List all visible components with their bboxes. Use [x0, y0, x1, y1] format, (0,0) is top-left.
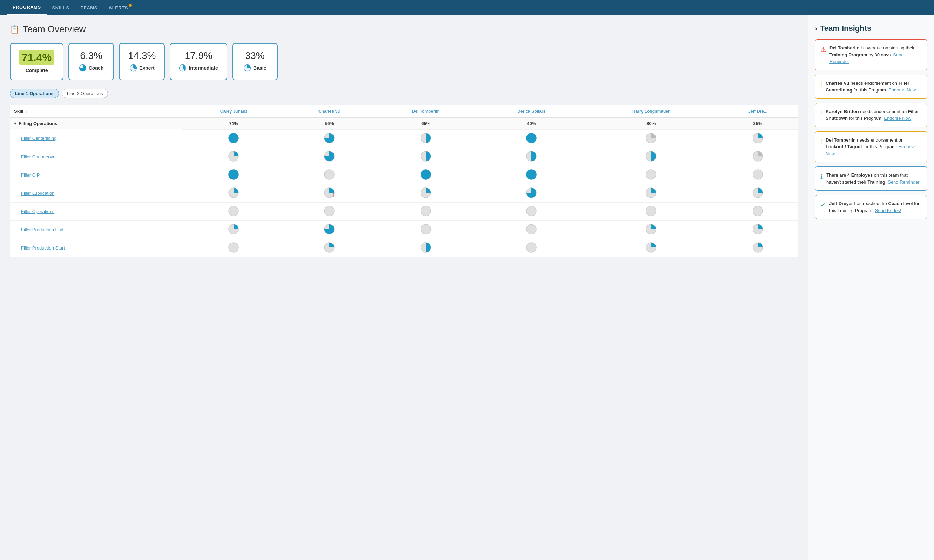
skill-pie-cell — [584, 202, 718, 220]
skill-pie-cell — [584, 166, 718, 184]
insight-link[interactable]: Send Reminder — [888, 179, 919, 185]
skill-pie-cell — [182, 238, 286, 257]
insight-plain: There are — [826, 172, 848, 178]
skill-pie-cell — [286, 220, 374, 238]
filter-tab-line1[interactable]: Line 1 Operations — [10, 89, 59, 98]
skill-pie-cell — [584, 220, 718, 238]
skill-pie-cell — [584, 148, 718, 166]
basic-label: Basic — [243, 64, 266, 72]
skill-pie-cell — [718, 238, 798, 257]
summary-card-intermediate[interactable]: 17.9% Intermediate — [170, 43, 227, 80]
insight-bold: Training Program — [829, 52, 868, 57]
insight-bold: Jeff Dreyer — [829, 201, 853, 206]
summary-card-coach[interactable]: 6.3% Coach — [68, 43, 114, 80]
skill-pie-cell — [286, 166, 374, 184]
insight-bold: Charles Vu — [826, 81, 849, 86]
skill-pie-cell — [286, 238, 374, 257]
col-header-charles[interactable]: Charles Vu — [286, 105, 374, 118]
intermediate-label: Intermediate — [179, 64, 218, 72]
group-row: ▾Filling Operations71%56%65%40%30%25% — [10, 118, 798, 130]
skill-pie-cell — [584, 184, 718, 202]
col-header-derick[interactable]: Derick Sollars — [479, 105, 584, 118]
page-title-row: 📋 Team Overview — [10, 24, 798, 35]
skill-pie-cell — [373, 238, 479, 257]
insight-plain: needs endorsement on — [859, 109, 908, 114]
skill-pie-cell — [718, 166, 798, 184]
skill-link[interactable]: Filler Production Start — [14, 245, 65, 251]
skill-link[interactable]: Filler Operations — [14, 209, 54, 214]
nav-item-programs[interactable]: PROGRAMS — [7, 0, 47, 15]
table-row: Filler Operations — [10, 202, 798, 220]
insight-link[interactable]: Send Kudos! — [875, 208, 901, 213]
skill-pie-cell — [182, 184, 286, 202]
col-header-jeff[interactable]: Jeff Dre... — [718, 105, 798, 118]
svg-point-30 — [324, 206, 334, 216]
expert-pie-icon — [130, 64, 137, 72]
table-row: Filler Centerlining — [10, 129, 798, 148]
group-collapse-btn[interactable]: ▾ — [14, 120, 17, 126]
skill-link[interactable]: Filler Centerlining — [14, 135, 57, 141]
expert-label: Expert — [130, 64, 155, 72]
skill-pie-cell — [373, 166, 479, 184]
skill-pie-cell — [182, 202, 286, 220]
insight-icon-charles-endorse: ! — [820, 80, 822, 90]
svg-text:!: ! — [333, 192, 335, 198]
svg-point-29 — [228, 206, 238, 216]
insight-text-karolyn-endorse: Karolyn Britton needs endorsement on Fil… — [826, 108, 922, 122]
basic-pie-icon — [243, 64, 251, 72]
group-total-cell: 56% — [286, 118, 374, 130]
intermediate-pct: 17.9% — [184, 50, 212, 62]
col-header-del[interactable]: Del Tomberlin — [373, 105, 479, 118]
skill-link[interactable]: Filler Changeover — [14, 154, 57, 160]
svg-point-32 — [526, 206, 536, 216]
skill-pie-cell — [584, 238, 718, 257]
table-row: Filler Changeover — [10, 148, 798, 166]
svg-point-20 — [646, 169, 656, 179]
summary-card-basic[interactable]: 33% Basic — [232, 43, 278, 80]
svg-point-38 — [526, 224, 536, 234]
insight-card-del-overdue: ⚠Del Tomberlin is overdue on starting th… — [815, 39, 927, 71]
svg-point-41 — [228, 243, 238, 252]
skills-table: Skill ↑ Carey Juhasz Charles Vu Del Tomb… — [10, 105, 798, 257]
nav-item-skills[interactable]: SKILLS — [47, 1, 75, 15]
skill-pie-cell — [479, 202, 584, 220]
summary-card-expert[interactable]: 14.3% Expert — [119, 43, 165, 80]
svg-point-34 — [753, 206, 763, 216]
right-panel: › Team Insights ⚠Del Tomberlin is overdu… — [808, 15, 934, 560]
insight-plain: needs endorsement on — [849, 81, 898, 86]
col-header-carey[interactable]: Carey Juhasz — [182, 105, 286, 118]
insight-text-del-overdue: Del Tomberlin is overdue on starting the… — [829, 45, 922, 65]
main-layout: 📋 Team Overview 71.4% Complete 6.3% — [0, 15, 934, 560]
insight-icon-karolyn-endorse: ! — [820, 109, 822, 118]
coach-pie-icon — [79, 64, 86, 72]
summary-card-complete[interactable]: 71.4% Complete — [10, 43, 63, 80]
group-name: Filling Operations — [19, 121, 57, 126]
insight-bold: Del Tomberlin — [829, 45, 860, 51]
chevron-icon: › — [815, 25, 817, 32]
svg-point-19 — [526, 169, 536, 179]
filter-tab-line2[interactable]: Line 2 Operations — [62, 89, 108, 98]
insight-icon-del-endorse: ! — [820, 137, 822, 146]
page-title: Team Overview — [23, 24, 86, 35]
table-row: Filler Lubrication ! — [10, 184, 798, 202]
insight-bold: Karolyn Britton — [826, 109, 859, 114]
insight-plain: for this Program. — [848, 115, 884, 121]
insight-icon-jeff-coach: ✓ — [820, 200, 826, 210]
insight-link[interactable]: Endorse Now — [888, 87, 916, 92]
skill-link[interactable]: Filler Lubrication — [14, 191, 54, 196]
skill-pie-cell — [182, 129, 286, 148]
svg-point-18 — [421, 169, 431, 179]
insight-link[interactable]: Endorse Now — [884, 115, 911, 121]
skill-pie-cell — [479, 129, 584, 148]
insight-plain: for this Program. — [862, 144, 898, 149]
group-total-cell: 25% — [718, 118, 798, 130]
svg-point-4 — [228, 133, 238, 143]
insights-title-text: Team Insights — [820, 24, 871, 33]
skill-link[interactable]: Filler Production End — [14, 227, 63, 232]
skill-col-header[interactable]: Skill ↑ — [10, 105, 182, 118]
nav-item-alerts[interactable]: ALERTS — [103, 1, 134, 15]
col-header-harry[interactable]: Harry Longsmauer — [584, 105, 718, 118]
skill-link[interactable]: Filler CIP — [14, 172, 40, 178]
nav-item-teams[interactable]: TEAMS — [75, 1, 103, 15]
insight-card-karolyn-endorse: !Karolyn Britton needs endorsement on Fi… — [815, 103, 927, 127]
